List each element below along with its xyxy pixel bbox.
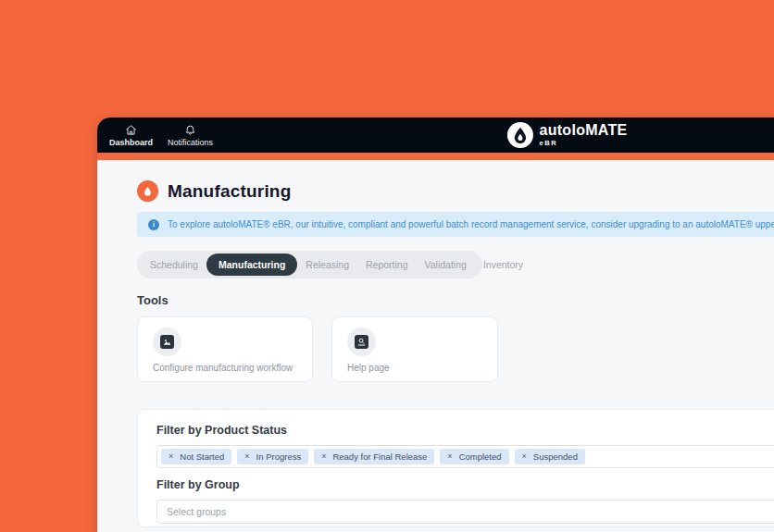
brand-name: autoloMATE: [539, 123, 627, 138]
chip-label: Completed: [459, 452, 502, 462]
filters-panel: Filter by Product Status × Not Started ×…: [137, 409, 774, 527]
upgrade-banner: i To explore autoloMATE® eBR, our intuit…: [137, 212, 774, 237]
chip-label: Not Started: [180, 452, 224, 462]
section-tabs: Scheduling Manufacturing Releasing Repor…: [137, 251, 482, 278]
brand-sub: eBR: [539, 140, 627, 147]
tools-heading: Tools: [137, 293, 774, 307]
banner-text: To explore autoloMATE® eBR, our intuitiv…: [168, 219, 774, 229]
chip-completed[interactable]: × Completed: [440, 449, 508, 464]
tab-scheduling[interactable]: Scheduling: [142, 254, 206, 276]
header-nav: Dashboard Notifications: [97, 124, 213, 147]
screen: Dashboard Notifications: [0, 0, 774, 532]
chip-close-icon[interactable]: ×: [522, 452, 527, 461]
app-window: Dashboard Notifications: [97, 118, 774, 532]
tools-cards: Configure manufacturing workflow Help pa…: [137, 316, 774, 382]
configure-workflow-card[interactable]: Configure manufacturing workflow: [137, 316, 313, 382]
filter-status-heading: Filter by Product Status: [156, 424, 774, 437]
image-icon: [153, 328, 181, 356]
card-label: Help page: [347, 363, 482, 373]
chip-ready-for-final-release[interactable]: × Ready for Final Release: [314, 449, 434, 464]
logo-droplet-icon: [506, 122, 532, 148]
chip-in-progress[interactable]: × In Progress: [237, 449, 308, 464]
tab-validating[interactable]: Validating: [417, 254, 475, 276]
page-title-row: Manufacturing: [137, 180, 774, 202]
nav-item-dashboard[interactable]: Dashboard: [109, 124, 153, 147]
accent-strip: [97, 153, 774, 160]
chip-label: Suspended: [533, 452, 578, 462]
card-label: Configure manufacturing workflow: [153, 363, 297, 373]
status-multiselect[interactable]: × Not Started × In Progress × Ready for …: [156, 445, 774, 468]
chip-close-icon[interactable]: ×: [447, 452, 452, 461]
nav-label: Notifications: [168, 138, 213, 147]
logo-text: autoloMATE eBR: [539, 123, 627, 147]
page-title: Manufacturing: [168, 181, 292, 202]
nav-label: Dashboard: [109, 138, 153, 147]
brand-logo: autoloMATE eBR: [506, 118, 627, 153]
help-page-card[interactable]: Help page: [331, 316, 498, 382]
chip-not-started[interactable]: × Not Started: [161, 449, 231, 464]
tab-releasing[interactable]: Releasing: [297, 254, 357, 276]
info-icon: i: [148, 219, 159, 230]
book-search-icon: [347, 328, 376, 356]
home-icon: [125, 124, 137, 136]
group-select-input[interactable]: [156, 500, 774, 524]
tab-inventory[interactable]: Inventory: [475, 254, 531, 276]
tab-reporting[interactable]: Reporting: [357, 254, 417, 276]
tab-manufacturing[interactable]: Manufacturing: [206, 254, 297, 276]
chip-label: Ready for Final Release: [332, 452, 427, 462]
chip-close-icon[interactable]: ×: [169, 452, 173, 461]
chip-suspended[interactable]: × Suspended: [515, 449, 585, 464]
chip-close-icon[interactable]: ×: [321, 452, 326, 461]
chip-label: In Progress: [256, 452, 302, 462]
flame-droplet-icon: [137, 180, 158, 202]
filter-group-heading: Filter by Group: [156, 478, 774, 491]
chip-close-icon[interactable]: ×: [244, 452, 249, 461]
app-header: Dashboard Notifications: [97, 118, 774, 153]
nav-item-notifications[interactable]: Notifications: [168, 124, 213, 147]
bell-icon: [184, 124, 196, 136]
